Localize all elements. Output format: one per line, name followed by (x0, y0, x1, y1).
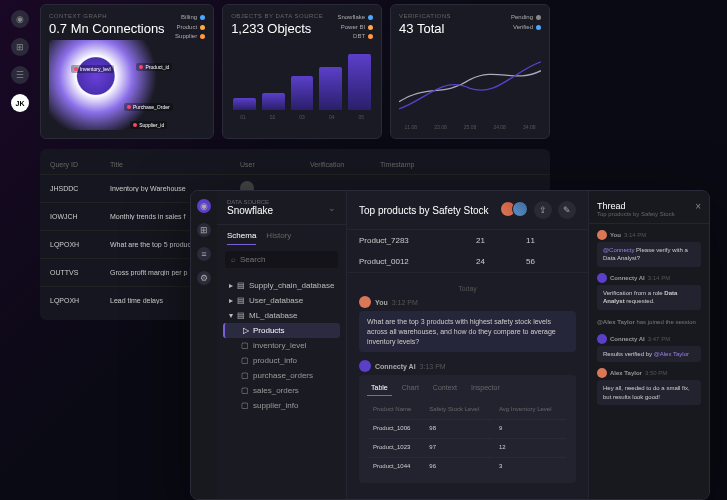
schema-tab[interactable]: Schema (227, 231, 256, 245)
search-icon: ⌕ (231, 255, 236, 264)
schema-tree: ▸▤ Supply_chain_database▸▤ User_database… (217, 274, 346, 500)
tree-item[interactable]: ▢ inventory_level (223, 338, 340, 353)
card-legend: BillingProductSupplier (175, 13, 205, 42)
result-tab[interactable]: Table (367, 381, 392, 396)
query-panel: ◉ ⊞ ≡ ⚙ DATA SOURCE Snowflake ⌄ SchemaHi… (190, 190, 710, 500)
tree-database[interactable]: ▸▤ User_database (223, 293, 340, 308)
panel-title: Top products by Safety Stock (359, 205, 489, 216)
database-icon: ▤ (237, 281, 245, 290)
database-icon: ▤ (237, 311, 245, 320)
verifications-card: VERIFICATIONS 43 Total PendingVerified 1… (390, 4, 550, 139)
chevron-down-icon[interactable]: ⌄ (328, 203, 336, 213)
table-icon: ▢ (241, 401, 249, 410)
schema-sidebar: DATA SOURCE Snowflake ⌄ SchemaHistory ⌕ … (217, 191, 347, 500)
rail-icon[interactable]: ⚙ (197, 271, 211, 285)
card-legend: PendingVerified (511, 13, 541, 32)
top-product-rows: Product_72832111Product_00122456 (347, 230, 588, 273)
line-chart-axis: 11.0823.0825.0824.0834.08 (399, 124, 541, 130)
tree-item[interactable]: ▢ product_info (223, 353, 340, 368)
tree-database[interactable]: ▾▤ ML_database (223, 308, 340, 323)
thread-subtitle: Top products by Safety Stock (597, 211, 675, 217)
context-graph-card: CONTEXT GRAPH 0.7 Mn Connections Billing… (40, 4, 214, 139)
table-icon: ▢ (241, 341, 249, 350)
bar-chart-axis: 0102030405 (231, 114, 373, 120)
edit-icon[interactable]: ✎ (558, 201, 576, 219)
table-icon: ▢ (241, 356, 249, 365)
data-source-header[interactable]: DATA SOURCE Snowflake ⌄ (217, 191, 346, 225)
table-icon: ▢ (241, 386, 249, 395)
main-column: Top products by Safety Stock ⇪ ✎ Product… (347, 191, 589, 500)
close-icon[interactable]: × (695, 201, 701, 212)
schema-tab[interactable]: History (266, 231, 291, 245)
tree-item[interactable]: ▢ sales_orders (223, 383, 340, 398)
tree-item[interactable]: ▷ Products (223, 323, 340, 338)
chevron-right-icon: ▸ (229, 281, 233, 290)
nav-icon[interactable]: ⊞ (11, 38, 29, 56)
tree-item[interactable]: ▢ supplier_info (223, 398, 340, 413)
rail-icon[interactable]: ⊞ (197, 223, 211, 237)
schema-tabs: SchemaHistory (217, 225, 346, 245)
rail-icon[interactable]: ◉ (197, 199, 211, 213)
folder-icon: ▷ (243, 326, 249, 335)
product-row[interactable]: Product_72832111 (347, 230, 588, 251)
bar-chart (231, 44, 373, 114)
app-left-rail: ◉ ⊞ ☰ JK (0, 0, 40, 310)
chat-area: TodayYou3:12 PMWhat are the top 3 produc… (347, 273, 588, 499)
nav-icon[interactable]: ☰ (11, 66, 29, 84)
result-tab[interactable]: Inspector (467, 381, 504, 396)
nav-icon-active[interactable]: JK (11, 94, 29, 112)
schema-search[interactable]: ⌕ (225, 251, 338, 268)
table-icon: ▢ (241, 371, 249, 380)
tree-database[interactable]: ▸▤ Supply_chain_database (223, 278, 340, 293)
thread-messages: You3:14 PM@Connecty Please verify with a… (589, 224, 709, 500)
panel-rail: ◉ ⊞ ≡ ⚙ (191, 191, 217, 500)
thread-panel: Thread Top products by Safety Stock × Yo… (589, 191, 709, 500)
tree-item[interactable]: ▢ purchase_orders (223, 368, 340, 383)
line-chart (399, 44, 541, 124)
rail-icon[interactable]: ≡ (197, 247, 211, 261)
result-tab[interactable]: Chart (398, 381, 423, 396)
avatar-stack[interactable] (504, 201, 528, 219)
share-icon[interactable]: ⇪ (534, 201, 552, 219)
chevron-down-icon: ▾ (229, 311, 233, 320)
search-input[interactable] (240, 255, 332, 264)
chevron-right-icon: ▸ (229, 296, 233, 305)
data-source-name: Snowflake (227, 205, 273, 216)
product-row[interactable]: Product_00122456 (347, 251, 588, 272)
result-tab[interactable]: Context (429, 381, 461, 396)
logo-icon[interactable]: ◉ (11, 10, 29, 28)
card-legend: SnowflakePower BIDBT (337, 13, 373, 42)
objects-card: OBJECTS BY DATA SOURCE 1,233 Objects Sno… (222, 4, 382, 139)
table-header-row: Query IDTitleUserVerificationTimestamp (40, 155, 550, 174)
database-icon: ▤ (237, 296, 245, 305)
thread-title: Thread (597, 201, 675, 211)
contour-graph[interactable]: Inventory_levlProduct_idPurchase_OrderSu… (49, 40, 205, 130)
